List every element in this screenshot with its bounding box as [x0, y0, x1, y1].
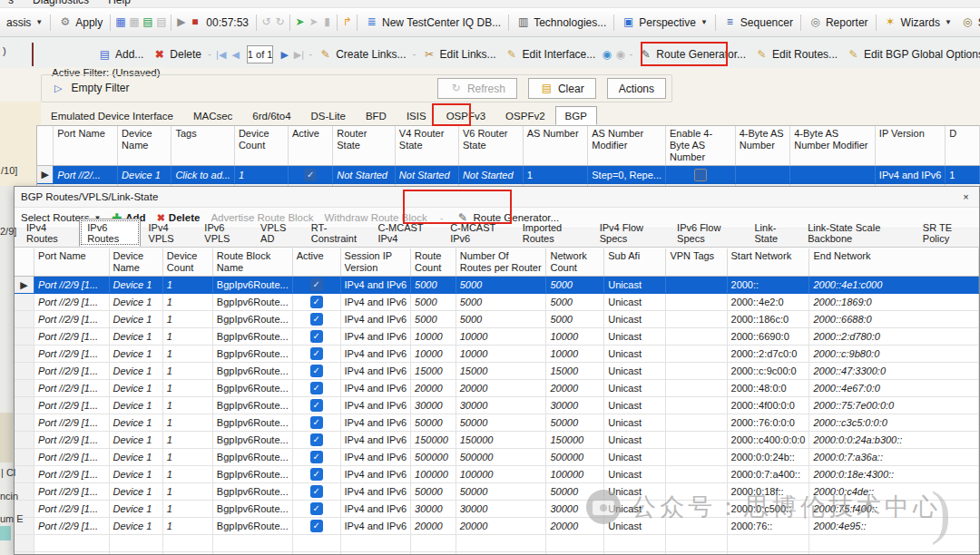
- tab-link-state[interactable]: Link-State: [746, 219, 799, 247]
- cell-route-block-name[interactable]: BgpIpv6Route...: [212, 483, 292, 501]
- cell-start-network[interactable]: 2000::c:9c00:0: [727, 363, 809, 380]
- cell-device-name[interactable]: Device 1: [109, 363, 162, 380]
- cell-sub-afi[interactable]: Unicast: [604, 294, 666, 311]
- cell-session-ip-version[interactable]: IPv4 and IPv6: [340, 397, 411, 414]
- cell-start-network[interactable]: 2000::4e2:0: [727, 294, 809, 311]
- perspective-dropdown[interactable]: ▣Perspective▼: [617, 14, 712, 31]
- cell-end-network[interactable]: 2000:0:18e:4300::: [809, 466, 979, 483]
- table-row[interactable]: Port //2/9 [1...Device 11BgpIpv6Route...…: [15, 449, 979, 466]
- cell-number-of-routes-per-router[interactable]: 10000: [456, 328, 546, 346]
- first-page-button[interactable]: |◀: [213, 49, 229, 61]
- cell-start-network[interactable]: 2000:0:0:24b::: [727, 449, 809, 466]
- cell-port-name[interactable]: Port //2/9 [1...: [34, 380, 109, 397]
- tab-ipv4-routes[interactable]: IPv4 Routes: [18, 219, 79, 247]
- route-generator-button[interactable]: ✎Route Generator...: [634, 46, 750, 63]
- cell-device-count[interactable]: 1: [162, 483, 212, 501]
- row-selector[interactable]: ▶: [37, 166, 54, 184]
- cell-number-of-routes-per-router[interactable]: 30000: [456, 397, 546, 414]
- cell-active[interactable]: ✓: [292, 380, 340, 397]
- cell-port-name[interactable]: Port //2/9 [1...: [34, 449, 109, 466]
- cell-session-ip-version[interactable]: IPv4 and IPv6: [340, 432, 411, 449]
- tab-6rd-6to4[interactable]: 6rd/6to4: [242, 106, 300, 125]
- cell-active[interactable]: ✓: [292, 277, 340, 294]
- cell-device-count[interactable]: 1: [162, 277, 212, 294]
- cell-session-ip-version[interactable]: IPv4 and IPv6: [340, 483, 411, 501]
- cell-port-name[interactable]: Port //2/9 [1...: [34, 311, 109, 328]
- active-checkbox-checked[interactable]: ✓: [310, 416, 323, 429]
- cell-port-name[interactable]: Port //2/9 [1...: [34, 346, 109, 363]
- cell-vpn-tags[interactable]: [666, 414, 727, 432]
- cell-route-count[interactable]: 10000: [411, 328, 456, 346]
- menu-diagnostics[interactable]: Diagnostics: [24, 0, 97, 8]
- column-header-port-name[interactable]: Port Name: [34, 248, 109, 277]
- cell-route-block-name[interactable]: BgpIpv6Route...: [212, 328, 292, 346]
- tab-ospfv2[interactable]: OSPFv2: [495, 106, 554, 125]
- cell-session-ip-version[interactable]: IPv4 and IPv6: [340, 414, 411, 432]
- cell-port-name[interactable]: Port //2/9 [1...: [34, 397, 109, 414]
- cell-device-name[interactable]: Device 1: [109, 518, 162, 535]
- tab-ospfv3[interactable]: OSPFv3: [436, 106, 495, 125]
- cell-start-network[interactable]: 2000::2:d7c0:0: [727, 346, 809, 363]
- active-checkbox-checked[interactable]: ✓: [310, 451, 323, 463]
- cell-route-count[interactable]: 50000: [411, 414, 456, 432]
- connect-chassis-icon[interactable]: ▦: [113, 15, 127, 29]
- column-header-port-name[interactable]: Port Name: [54, 126, 118, 166]
- cell-end-network[interactable]: 2000::4e1:c000: [809, 277, 979, 294]
- cell-tags[interactable]: Click to ad...: [172, 166, 235, 184]
- cell-route-block-name[interactable]: BgpIpv6Route...: [212, 397, 292, 414]
- cell-enable-4-byte-as-number[interactable]: [666, 166, 736, 184]
- cell-network-count[interactable]: 10000: [546, 328, 604, 346]
- table-row[interactable]: Port //2/9 [1...Device 11BgpIpv6Route...…: [15, 414, 979, 432]
- column-header-network-count[interactable]: Network Count: [546, 248, 604, 277]
- tab-imported-routes[interactable]: Imported Routes: [514, 219, 592, 247]
- row-selector[interactable]: [15, 397, 34, 414]
- column-header-route-block-name[interactable]: Route Block Name: [212, 248, 292, 277]
- cell-device-count[interactable]: 1: [234, 166, 288, 184]
- active-checkbox-checked[interactable]: ✓: [310, 502, 323, 515]
- row-selector[interactable]: [15, 328, 34, 346]
- column-header-4-byte-as-number[interactable]: 4-Byte AS Number: [735, 126, 790, 166]
- cell-route-block-name[interactable]: BgpIpv6Route...: [212, 346, 292, 363]
- cell-route-block-name[interactable]: BgpIpv6Route...: [212, 380, 292, 397]
- cell-device-count[interactable]: 1: [162, 466, 212, 483]
- cell-active[interactable]: ✓: [292, 483, 340, 501]
- close-icon[interactable]: ×: [959, 190, 973, 204]
- cell-device-name[interactable]: Device 1: [109, 346, 162, 363]
- menu-help[interactable]: Help: [100, 0, 139, 8]
- previous-page-button[interactable]: ◀: [229, 49, 241, 61]
- cell-port-name[interactable]: Port //2/9 [1...: [34, 277, 109, 294]
- row-selector[interactable]: [15, 414, 34, 432]
- active-checkbox-checked[interactable]: ✓: [304, 169, 317, 181]
- cell-vpn-tags[interactable]: [666, 397, 727, 414]
- chassis-dropdown[interactable]: assis▼: [2, 15, 47, 31]
- cell-sub-afi[interactable]: Unicast: [604, 363, 666, 380]
- cell-active[interactable]: ✓: [292, 346, 340, 363]
- cell-port-name[interactable]: Port //2/9 [1...: [34, 483, 109, 501]
- edit-routes-button[interactable]: ✎Edit Routes...: [750, 46, 842, 63]
- cell-port-name[interactable]: Port //2/...: [54, 166, 118, 184]
- active-checkbox-checked[interactable]: ✓: [310, 468, 323, 481]
- cell-device-name[interactable]: Device 1: [109, 414, 162, 432]
- column-header-device-count[interactable]: Device Count: [234, 126, 288, 166]
- cell-route-count[interactable]: 500000: [411, 449, 456, 466]
- cell-route-block-name[interactable]: BgpIpv6Route...: [212, 449, 292, 466]
- cell-device-count[interactable]: 1: [162, 432, 212, 449]
- cell-network-count[interactable]: 5000: [546, 311, 604, 328]
- active-checkbox-checked[interactable]: ✓: [310, 485, 323, 498]
- cell-number-of-routes-per-router[interactable]: 500000: [456, 449, 546, 466]
- row-selector[interactable]: [15, 346, 34, 363]
- cell-end-network[interactable]: 2000::2:d780:0: [809, 328, 979, 346]
- table-row[interactable]: Port //2/9 [1...Device 11BgpIpv6Route...…: [15, 432, 979, 449]
- cell-device-name[interactable]: Device 1: [109, 294, 162, 311]
- cell-device-name[interactable]: Device 1: [109, 328, 162, 346]
- stop-traffic-icon[interactable]: ■: [188, 15, 201, 29]
- cell-v4-router-state[interactable]: Not Started: [395, 166, 458, 184]
- cell-route-block-name[interactable]: BgpIpv6Route...: [212, 363, 292, 380]
- cell-start-network[interactable]: 2000::c400:0:0:0: [727, 432, 809, 449]
- row-selector[interactable]: [15, 432, 34, 449]
- cell-number-of-routes-per-router[interactable]: 5000: [456, 294, 546, 311]
- cell-active[interactable]: ✓: [292, 466, 340, 483]
- cell-vpn-tags[interactable]: [666, 346, 727, 363]
- cell-number-of-routes-per-router[interactable]: 20000: [456, 380, 546, 397]
- active-checkbox-checked[interactable]: ✓: [310, 365, 323, 377]
